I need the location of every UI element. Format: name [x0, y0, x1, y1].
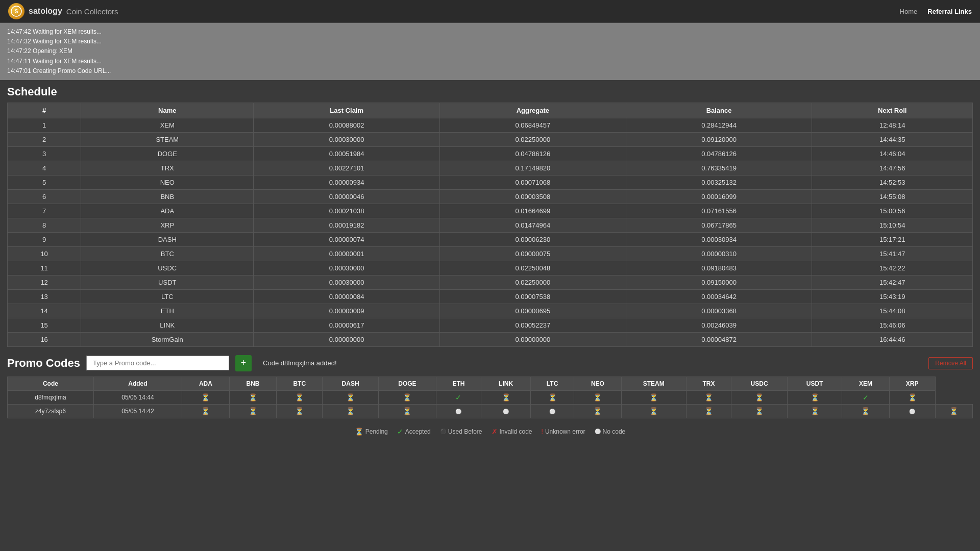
- table-cell: 0.00071068: [440, 175, 626, 189]
- legend-invalid: ✗ Invalid code: [492, 428, 532, 436]
- promo-col-header: DOGE: [379, 377, 436, 390]
- table-cell: 0.00051984: [254, 146, 440, 161]
- promo-status-cell: ⏳: [731, 404, 788, 418]
- table-cell: 0.09150000: [626, 275, 812, 289]
- remove-all-button[interactable]: Remove All: [928, 357, 973, 369]
- table-cell: 0.04786126: [440, 146, 626, 161]
- table-row: 3DOGE0.000519840.047861260.0478612614:46…: [8, 146, 973, 161]
- table-cell: LTC: [81, 289, 254, 304]
- promo-row: z4y7zsfsp605/05 14:42⏳⏳⏳⏳⏳⚪⚪⚪⏳⏳⏳⏳⏳⏳⚪⏳: [8, 404, 973, 418]
- status-pending-icon: ⏳: [704, 393, 713, 402]
- table-cell: 0.00000310: [626, 246, 812, 261]
- status-pending-icon: ⏳: [249, 393, 257, 402]
- status-no-code-icon: ⚪: [549, 409, 555, 414]
- table-cell: 7: [8, 204, 81, 218]
- promo-col-header: Added: [93, 377, 182, 390]
- promo-status-cell: ⏳: [229, 404, 277, 418]
- table-row: 12USDT0.000300000.022500000.0915000015:4…: [8, 275, 973, 289]
- table-cell: 15:41:47: [812, 246, 973, 261]
- promo-success-message: Code d8fmqxjlma added!: [263, 359, 337, 367]
- table-cell: 0.00003508: [440, 189, 626, 204]
- table-row: 8XRP0.000191820.014749640.0671786515:10:…: [8, 218, 973, 232]
- promo-input[interactable]: [86, 356, 229, 370]
- brand-name: satology: [29, 7, 62, 16]
- table-cell: XRP: [81, 218, 254, 232]
- table-cell: 0.00030000: [254, 275, 440, 289]
- schedule-table: # Name Last Claim Aggregate Balance Next…: [7, 103, 973, 347]
- table-cell: 0.06717865: [626, 218, 812, 232]
- table-cell: 2: [8, 132, 81, 146]
- promo-title: Promo Codes: [7, 357, 80, 370]
- promo-status-cell: ⚪: [481, 404, 531, 418]
- svg-text:S: S: [15, 9, 18, 14]
- promo-status-cell: ⏳: [481, 390, 531, 404]
- promo-section: Promo Codes + Code d8fmqxjlma added! Rem…: [7, 355, 973, 418]
- table-cell: 14: [8, 304, 81, 318]
- status-pending-icon: ⏳: [861, 407, 870, 415]
- status-pending-icon: ⏳: [346, 393, 355, 402]
- table-cell: BNB: [81, 189, 254, 204]
- table-cell: 16: [8, 332, 81, 346]
- promo-col-header: ADA: [182, 377, 230, 390]
- status-pending-icon: ⏳: [755, 407, 764, 415]
- promo-col-header: Code: [8, 377, 94, 390]
- promo-col-header: BTC: [277, 377, 323, 390]
- promo-status-cell: ⏳: [621, 390, 686, 404]
- promo-add-button[interactable]: +: [235, 355, 252, 371]
- promo-col-header: NEO: [574, 377, 622, 390]
- table-cell: 0.17149820: [440, 161, 626, 175]
- status-pending-icon: ⏳: [649, 393, 658, 402]
- col-nextroll: Next Roll: [812, 103, 973, 118]
- table-cell: STEAM: [81, 132, 254, 146]
- promo-status-cell: ⏳: [182, 390, 230, 404]
- promo-row: d8fmqxjlma05/05 14:44⏳⏳⏳⏳⏳✓⏳⏳⏳⏳⏳⏳⏳✓⏳: [8, 390, 973, 404]
- legend-used-before-label: Used Before: [448, 428, 482, 435]
- promo-status-cell: ⏳: [788, 390, 842, 404]
- status-pending-icon: ⏳: [755, 393, 764, 402]
- table-cell: 0.02250000: [440, 275, 626, 289]
- legend-pending: ⏳ Pending: [355, 428, 388, 436]
- table-cell: 15:44:08: [812, 304, 973, 318]
- nav-referral[interactable]: Referral Links: [927, 8, 972, 15]
- table-cell: XEM: [81, 118, 254, 132]
- table-cell: 8: [8, 218, 81, 232]
- legend-pending-label: Pending: [365, 428, 388, 435]
- table-cell: 14:52:53: [812, 175, 973, 189]
- status-pending-icon: ⏳: [201, 393, 210, 402]
- legend-invalid-label: Invalid code: [500, 428, 532, 435]
- table-row: 14ETH0.000000090.000006950.0000336815:44…: [8, 304, 973, 318]
- status-pending-icon: ⏳: [346, 407, 355, 415]
- promo-col-header: USDT: [788, 377, 842, 390]
- table-cell: 9: [8, 232, 81, 246]
- table-cell: 0.06849457: [440, 118, 626, 132]
- status-pending-icon: ⏳: [593, 407, 602, 415]
- table-row: 4TRX0.002271010.171498200.7633541914:47:…: [8, 161, 973, 175]
- table-cell: 11: [8, 261, 81, 275]
- legend-unknown-label: Unknown error: [545, 428, 585, 435]
- promo-status-cell: ⏳: [842, 404, 890, 418]
- promo-status-cell: ⏳: [686, 404, 731, 418]
- legend-no-code-label: No code: [603, 428, 626, 435]
- promo-table: CodeAddedADABNBBTCDASHDOGEETHLINKLTCNEOS…: [7, 377, 973, 418]
- table-cell: 15:42:22: [812, 261, 973, 275]
- table-cell: ADA: [81, 204, 254, 218]
- promo-col-header: TRX: [686, 377, 731, 390]
- log-line-3: 14:47:22 Opening: XEM: [7, 46, 973, 56]
- promo-status-cell: ⚪: [531, 404, 574, 418]
- nav-home[interactable]: Home: [900, 8, 918, 15]
- used-before-icon: ⚫: [440, 429, 446, 434]
- promo-col-header: USDC: [731, 377, 788, 390]
- table-cell: 14:46:04: [812, 146, 973, 161]
- promo-status-cell: ⚪: [436, 404, 481, 418]
- promo-status-cell: ⚪: [889, 404, 935, 418]
- unknown-icon: !: [542, 428, 543, 435]
- table-cell: BTC: [81, 246, 254, 261]
- table-cell: ETH: [81, 304, 254, 318]
- table-cell: 0.02250000: [440, 132, 626, 146]
- status-pending-icon: ⏳: [649, 407, 658, 415]
- log-line-4: 14:47:11 Waiting for XEM results...: [7, 57, 973, 66]
- legend-accepted: ✓ Accepted: [397, 428, 431, 436]
- table-cell: 0.28412944: [626, 118, 812, 132]
- status-no-code-icon: ⚪: [455, 409, 461, 414]
- table-cell: 0.00325132: [626, 175, 812, 189]
